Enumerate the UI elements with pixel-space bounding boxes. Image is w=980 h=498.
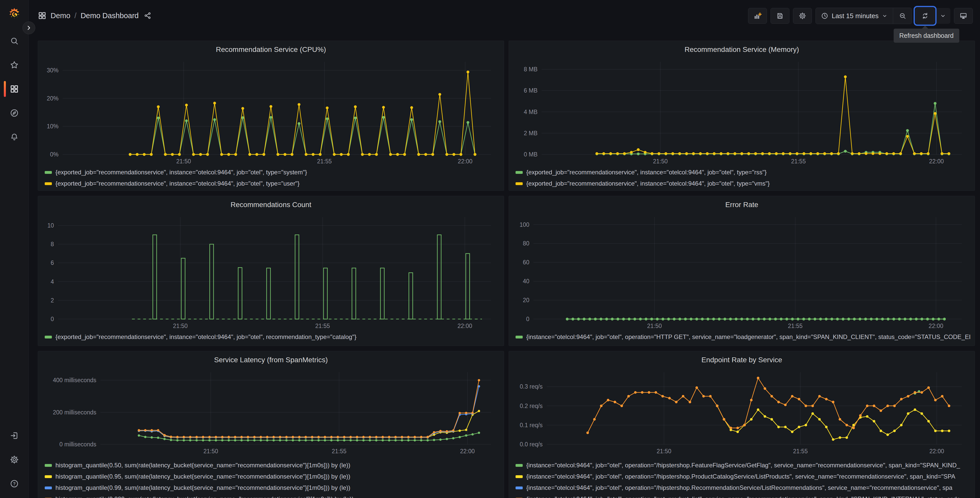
grafana-logo[interactable] [7,7,21,21]
svg-text:21:50: 21:50 [647,322,662,329]
legend-label: histogram_quantile(0.95, sum(rate(latenc… [56,473,350,480]
chart-area[interactable]: 024681021:5021:5522:00 [38,214,504,330]
legend-item[interactable]: {instance="otelcol:9464", job="otel", op… [515,471,970,482]
sidebar-item-dashboards[interactable] [6,81,22,97]
chart-area[interactable]: 0 milliseconds200 milliseconds400 millis… [38,369,504,456]
bar-chart: 024681021:5021:5522:00 [42,214,500,330]
svg-text:22:00: 22:00 [929,158,944,164]
share-icon[interactable] [144,12,151,19]
svg-text:0.1 req/s: 0.1 req/s [520,422,543,428]
svg-text:80: 80 [523,240,529,247]
zoom-out-icon [899,12,907,20]
legend-item[interactable]: histogram_quantile(0.99, sum(rate(latenc… [45,482,500,493]
sidebar-item-explore[interactable] [6,105,22,121]
sidebar-item-admin[interactable] [6,452,22,468]
svg-text:0.0 req/s: 0.0 req/s [520,441,543,448]
tv-kiosk-icon [959,12,967,20]
time-picker-group: Last 15 minutes [816,8,912,24]
panel-header[interactable]: Recommendation Service (CPU%) [38,41,504,58]
time-series-chart: 0 MB2 MB4 MB6 MB8 MB21:5021:5522:00 [513,58,971,166]
svg-text:8: 8 [51,241,54,247]
sidebar-item-help[interactable]: ? [6,476,22,492]
legend-item[interactable]: histogram_quantile(0.95, sum(rate(latenc… [45,471,500,482]
dashboard-toolbar: Last 15 minutes [748,8,973,24]
svg-text:21:55: 21:55 [317,158,332,164]
panel-header[interactable]: Recommendations Count [38,196,504,214]
chart-legend: {instance="otelcol:9464", job="otel", op… [509,456,975,498]
legend-item[interactable]: {instance="otelcol:9464", job="otel", op… [515,493,970,498]
legend-swatch-icon [515,182,523,185]
add-panel-icon [753,12,762,20]
chart-area[interactable]: 02040608010021:5021:5522:00 [509,214,975,330]
legend-item[interactable]: {exported_job="recommendationservice", i… [515,178,970,189]
time-picker-button[interactable]: Last 15 minutes [816,8,893,24]
legend-item[interactable]: {instance="otelcol:9464", job="otel", op… [515,460,970,471]
refresh-tooltip: Refresh dashboard [894,29,959,43]
legend-label: {exported_job="recommendationservice", i… [526,180,770,187]
sidebar-item-starred[interactable] [6,57,22,73]
save-dashboard-button[interactable] [770,8,789,24]
legend-label: {exported_job="recommendationservice", i… [56,169,307,176]
sidebar-expand-button[interactable] [22,21,35,34]
legend-item[interactable]: {instance="otelcol:9464", job="otel", op… [515,331,970,343]
dashboard-settings-button[interactable] [793,8,812,24]
chevron-down-icon [940,13,946,19]
legend-item[interactable]: {exported_job="recommendationservice", i… [515,167,970,178]
svg-text:21:50: 21:50 [173,322,188,329]
zoom-out-button[interactable] [893,8,912,24]
panel-header[interactable]: Service Latency (from SpanMetrics) [38,351,504,369]
panel-recommendation-memory: Recommendation Service (Memory) 0 MB2 MB… [509,41,975,191]
svg-text:0 milliseconds: 0 milliseconds [59,441,96,448]
explore-compass-icon [10,109,19,118]
svg-text:40: 40 [523,278,529,284]
legend-item[interactable]: histogram_quantile(0.999, sum(rate(laten… [45,493,500,498]
legend-item[interactable]: histogram_quantile(0.50, sum(rate(latenc… [45,460,500,471]
legend-item[interactable]: {exported_job="recommendationservice", i… [45,178,500,189]
chart-legend: histogram_quantile(0.50, sum(rate(latenc… [38,456,504,498]
panel-error-rate: Error Rate 02040608010021:5021:5522:00 {… [509,196,975,346]
svg-text:0.3 req/s: 0.3 req/s [520,383,543,390]
legend-swatch-icon [45,487,52,489]
legend-label: histogram_quantile(0.99, sum(rate(latenc… [56,484,350,492]
legend-swatch-icon [515,336,523,338]
svg-text:100: 100 [520,221,529,228]
legend-label: histogram_quantile(0.999, sum(rate(laten… [56,495,354,498]
legend-item[interactable]: {exported_job="recommendationservice", i… [45,167,500,178]
chart-area[interactable]: 0%10%20%30%21:5021:5522:00 [38,58,504,166]
legend-label: {exported_job="recommendationservice", i… [56,180,299,187]
grafana-app: ? Demo / Demo Dashboard [0,0,980,498]
clock-icon [821,12,829,20]
svg-text:22:00: 22:00 [458,158,473,164]
sidebar-item-alerting[interactable] [6,129,22,145]
time-range-label: Last 15 minutes [832,12,878,20]
svg-text:21:50: 21:50 [176,158,191,164]
svg-text:10: 10 [47,222,54,229]
panel-title: Service Latency (from SpanMetrics) [214,356,328,364]
legend-item[interactable]: {instance="otelcol:9464", job="otel", op… [515,482,970,493]
breadcrumb: Demo / Demo Dashboard [38,8,151,23]
add-panel-button[interactable] [748,8,767,24]
svg-text:21:55: 21:55 [793,448,808,455]
refresh-dashboard-button[interactable] [916,8,934,24]
kiosk-mode-button[interactable] [954,8,973,24]
sidebar-item-search[interactable] [6,33,22,49]
panel-header[interactable]: Recommendation Service (Memory) [509,41,975,58]
help-icon: ? [10,479,19,488]
refresh-interval-dropdown[interactable] [935,8,950,24]
sidebar-item-sign-in[interactable] [6,428,22,444]
legend-item[interactable]: {exported_job="recommendationservice", i… [45,331,500,343]
chart-area[interactable]: 0.0 req/s0.1 req/s0.2 req/s0.3 req/s21:5… [509,369,975,456]
panel-title: Error Rate [725,201,758,209]
svg-text:21:50: 21:50 [653,158,668,164]
chevron-right-icon [25,24,32,31]
panel-title: Recommendation Service (CPU%) [216,46,326,54]
panel-header[interactable]: Error Rate [509,196,975,214]
svg-text:60: 60 [523,259,529,266]
chart-legend: {exported_job="recommendationservice", i… [38,166,504,190]
chart-area[interactable]: 0 MB2 MB4 MB6 MB8 MB21:5021:5522:00 [509,58,975,166]
gear-icon [799,12,806,20]
breadcrumb-section[interactable]: Demo [51,11,70,20]
chart-legend: {instance="otelcol:9464", job="otel", op… [509,330,975,346]
chevron-down-icon [881,13,888,19]
panel-header[interactable]: Endpoint Rate by Service [509,351,975,369]
